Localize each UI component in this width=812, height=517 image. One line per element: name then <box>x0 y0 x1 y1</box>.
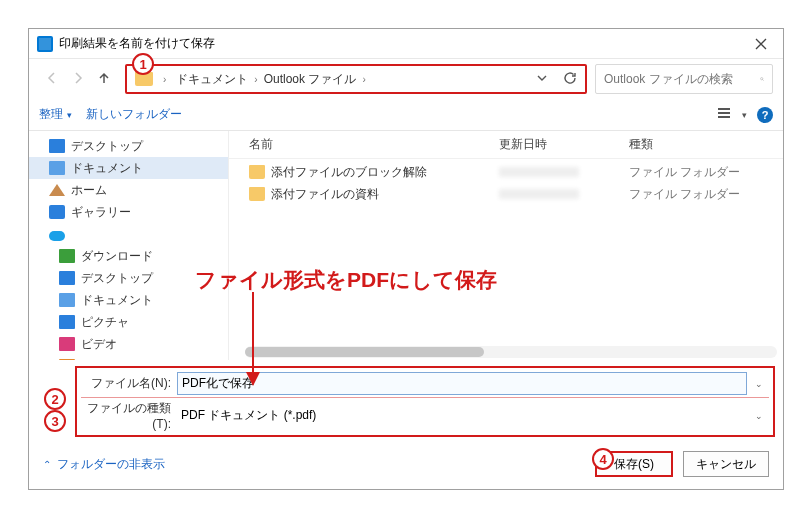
hide-folders-label: フォルダーの非表示 <box>57 456 165 473</box>
breadcrumb: ドキュメント › Outlook ファイル › <box>176 71 367 88</box>
filetype-select[interactable]: PDF ドキュメント (*.pdf) <box>177 405 747 426</box>
row-type: ファイル フォルダー <box>629 186 783 203</box>
sidebar-item[interactable] <box>29 223 228 245</box>
col-date[interactable]: 更新日時 <box>499 136 629 153</box>
sidebar-item[interactable]: ビデオ <box>29 333 228 355</box>
download-icon <box>59 249 75 263</box>
gallery-icon <box>49 205 65 219</box>
save-dialog: 印刷結果を名前を付けて保存 › ドキュメント › O <box>28 28 784 490</box>
toolbar: 整理 ▾ 新しいフォルダー ▾ ? <box>29 99 783 131</box>
row-type: ファイル フォルダー <box>629 164 783 181</box>
sidebar-item-label: ホーム <box>71 182 107 199</box>
up-button[interactable] <box>97 71 111 88</box>
hide-folders-toggle[interactable]: ⌃ フォルダーの非表示 <box>43 456 165 473</box>
arrow-left-icon <box>45 71 59 85</box>
chevron-right-icon: › <box>360 74 367 85</box>
nav-sidebar: デスクトップドキュメントホームギャラリーダウンロードデスクトップドキュメントピク… <box>29 131 229 360</box>
refresh-button[interactable] <box>563 71 577 88</box>
sidebar-item-label: ピクチャ <box>81 314 129 331</box>
sidebar-item[interactable]: ギャラリー <box>29 201 228 223</box>
sidebar-item[interactable]: デスクトップ <box>29 135 228 157</box>
annotation-marker-2: 2 <box>44 388 66 410</box>
filename-input[interactable]: PDF化で保存 <box>177 372 747 395</box>
annotation-marker-3: 3 <box>44 410 66 432</box>
cancel-label: キャンセル <box>696 456 756 473</box>
column-headers: 名前 更新日時 種類 <box>229 131 783 159</box>
chevron-down-icon <box>535 71 549 85</box>
sidebar-item-label: デスクトップ <box>71 138 143 155</box>
chevron-down-icon: ▾ <box>67 110 72 120</box>
address-bar[interactable]: › ドキュメント › Outlook ファイル › <box>125 64 587 94</box>
home-icon <box>49 184 65 196</box>
folder-icon <box>249 165 265 179</box>
col-name[interactable]: 名前 <box>249 136 499 153</box>
svg-rect-2 <box>718 112 730 114</box>
filename-row: ファイル名(N): PDF化で保存 ⌄ <box>81 370 769 397</box>
table-row[interactable]: 添付ファイルの資料ファイル フォルダー <box>229 183 783 205</box>
forward-button[interactable] <box>71 71 85 88</box>
close-button[interactable] <box>745 31 777 57</box>
arrow-up-icon <box>97 71 111 85</box>
svg-rect-1 <box>718 108 730 110</box>
chevron-down-icon[interactable]: ⌄ <box>751 379 767 389</box>
folder-icon <box>249 187 265 201</box>
sidebar-item[interactable]: ドキュメント <box>29 157 228 179</box>
scrollbar-thumb[interactable] <box>245 347 484 357</box>
chevron-right-icon: › <box>161 74 168 85</box>
search-box[interactable] <box>595 64 773 94</box>
sidebar-item-label: ドキュメント <box>81 292 153 309</box>
row-date-redacted <box>499 167 579 177</box>
col-type[interactable]: 種類 <box>629 136 783 153</box>
footer: ⌃ フォルダーの非表示 保存(S) キャンセル <box>29 441 783 489</box>
table-row[interactable]: 添付ファイルのブロック解除ファイル フォルダー <box>229 161 783 183</box>
chevron-down-icon: ▾ <box>742 110 747 120</box>
row-name: 添付ファイルのブロック解除 <box>271 164 427 181</box>
desktop-icon <box>49 139 65 153</box>
organize-menu[interactable]: 整理 ▾ <box>39 106 72 123</box>
cancel-button[interactable]: キャンセル <box>683 451 769 477</box>
cloud-icon <box>49 231 65 241</box>
sidebar-item[interactable]: ホーム <box>29 179 228 201</box>
new-folder-button[interactable]: 新しいフォルダー <box>86 106 182 123</box>
filename-label: ファイル名(N): <box>83 375 173 392</box>
arrow-right-icon <box>71 71 85 85</box>
sidebar-item[interactable]: ピクチャ <box>29 311 228 333</box>
file-list: 名前 更新日時 種類 添付ファイルのブロック解除ファイル フォルダー添付ファイル… <box>229 131 783 360</box>
history-dropdown[interactable] <box>535 71 549 88</box>
music-icon <box>59 359 75 360</box>
body: デスクトップドキュメントホームギャラリーダウンロードデスクトップドキュメントピク… <box>29 131 783 360</box>
desktop-icon <box>59 271 75 285</box>
back-button[interactable] <box>45 71 59 88</box>
close-icon <box>755 38 767 50</box>
horizontal-scrollbar[interactable] <box>245 346 777 358</box>
chevron-right-icon: › <box>252 74 259 85</box>
svg-point-0 <box>761 78 763 80</box>
sidebar-item-label: ギャラリー <box>71 204 131 221</box>
search-input[interactable] <box>604 72 754 86</box>
nav-arrows <box>39 71 117 88</box>
breadcrumb-seg[interactable]: ドキュメント <box>176 71 248 88</box>
sidebar-item[interactable]: ミュージック <box>29 355 228 360</box>
chevron-down-icon[interactable]: ⌄ <box>751 411 767 421</box>
breadcrumb-seg[interactable]: Outlook ファイル <box>264 71 357 88</box>
view-menu[interactable] <box>716 105 732 124</box>
svg-rect-3 <box>718 116 730 118</box>
view-icon <box>716 105 732 121</box>
sidebar-item-label: ミュージック <box>81 358 153 361</box>
save-fields: ファイル名(N): PDF化で保存 ⌄ ファイルの種類(T): PDF ドキュメ… <box>75 366 775 437</box>
pic-icon <box>59 315 75 329</box>
search-icon <box>760 72 764 86</box>
window-title: 印刷結果を名前を付けて保存 <box>59 35 739 52</box>
sidebar-item-label: デスクトップ <box>81 270 153 287</box>
doc-icon <box>49 161 65 175</box>
annotation-instruction: ファイル形式をPDFにして保存 <box>195 266 497 294</box>
app-icon <box>37 36 53 52</box>
help-icon: ? <box>762 109 769 121</box>
sidebar-item[interactable]: ダウンロード <box>29 245 228 267</box>
filetype-row: ファイルの種類(T): PDF ドキュメント (*.pdf) ⌄ <box>81 397 769 433</box>
video-icon <box>59 337 75 351</box>
sidebar-item-label: ドキュメント <box>71 160 143 177</box>
annotation-marker-4: 4 <box>592 448 614 470</box>
doc-icon <box>59 293 75 307</box>
help-button[interactable]: ? <box>757 107 773 123</box>
